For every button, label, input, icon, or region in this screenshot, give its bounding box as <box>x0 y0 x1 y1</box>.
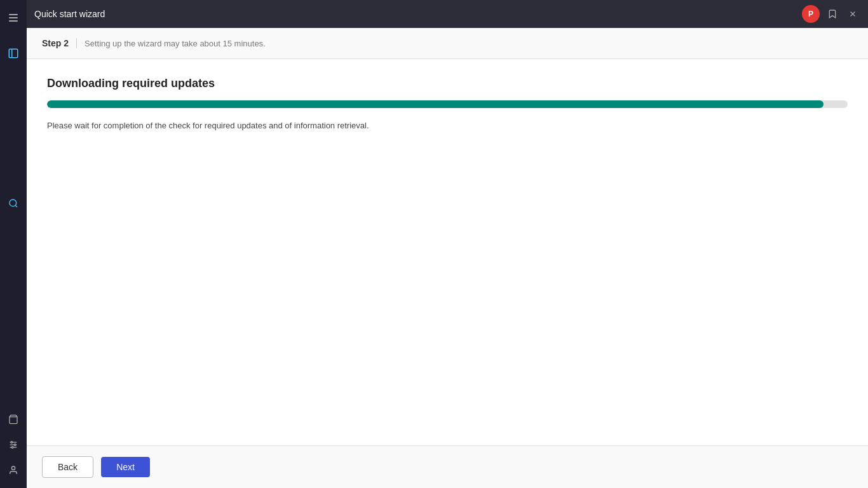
info-text: Please wait for completion of the check … <box>47 121 848 130</box>
sidebar-home-icon[interactable] <box>3 43 24 64</box>
next-button[interactable]: Next <box>101 457 150 477</box>
svg-point-10 <box>11 447 13 449</box>
main-panel: Quick start wizard P Step 2 Setting up t… <box>27 0 868 488</box>
svg-line-3 <box>15 205 17 207</box>
back-button[interactable]: Back <box>42 456 93 478</box>
footer: Back Next <box>27 445 868 488</box>
svg-point-11 <box>11 466 15 470</box>
svg-point-9 <box>14 444 16 446</box>
topbar-title: Quick start wizard <box>34 9 794 19</box>
sidebar-settings-icon[interactable] <box>3 435 24 455</box>
sidebar-search-icon[interactable] <box>3 193 24 214</box>
bookmark-icon[interactable] <box>825 6 840 22</box>
content-area: Downloading required updates Please wait… <box>27 59 868 445</box>
progress-bar-container <box>47 100 848 108</box>
progress-bar-fill <box>47 100 824 108</box>
avatar-button[interactable]: P <box>802 5 820 23</box>
close-icon[interactable] <box>845 6 860 22</box>
step-separator <box>76 38 77 48</box>
section-title: Downloading required updates <box>47 77 848 90</box>
step-label: Step 2 <box>42 38 69 48</box>
step-description: Setting up the wizard may take about 15 … <box>85 39 266 48</box>
sidebar-bag-icon[interactable] <box>3 409 24 430</box>
step-header: Step 2 Setting up the wizard may take ab… <box>27 28 868 59</box>
svg-point-8 <box>11 442 13 444</box>
topbar-actions: P <box>802 5 860 23</box>
sidebar <box>0 0 27 488</box>
topbar: Quick start wizard P <box>27 0 868 28</box>
svg-rect-0 <box>9 49 18 58</box>
svg-point-2 <box>10 200 17 207</box>
sidebar-user-icon[interactable] <box>3 460 24 480</box>
menu-hamburger-icon[interactable] <box>3 8 24 28</box>
